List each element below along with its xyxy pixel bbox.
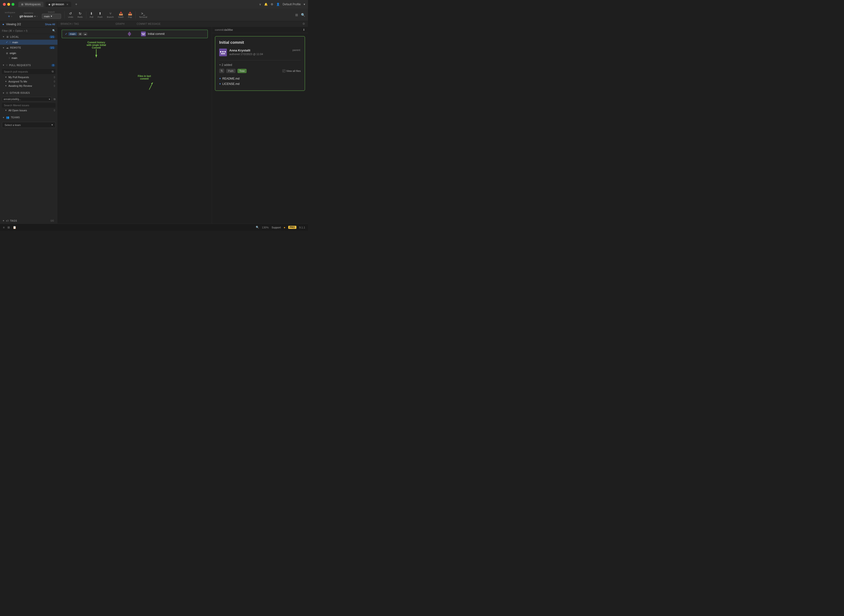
sort-button[interactable]: ⇅ bbox=[219, 69, 224, 73]
close-button[interactable] bbox=[3, 3, 6, 6]
add-workspace-button[interactable]: + bbox=[8, 14, 10, 19]
commit-branch-computer-icon[interactable]: 🖥 bbox=[78, 32, 82, 35]
file-item-license[interactable]: + LICENSE.md bbox=[219, 81, 301, 87]
workspace-group: workspace + › bbox=[3, 11, 17, 19]
commit-hash-row: commit: da08be ⬇ bbox=[212, 27, 308, 33]
tab-close-button[interactable]: ✕ bbox=[66, 3, 68, 6]
commit-branch-tag: ✓ main 🖥 ☁ bbox=[65, 32, 118, 35]
profile-arrow-icon[interactable]: ▾ bbox=[304, 3, 305, 6]
issues-repo-row: annakrystalli/g... ▾ ⧉ bbox=[0, 96, 57, 103]
issues-repo-label: annakrystalli/g... bbox=[4, 98, 21, 101]
my-pr-arrow-icon: ▼ bbox=[5, 76, 7, 78]
layout-icon[interactable]: ⊞ bbox=[295, 13, 298, 17]
undo-button[interactable]: ↺ Undo bbox=[66, 10, 75, 19]
sidebar-section-tags[interactable]: ▼ 🏷 TAGS 0/0 bbox=[0, 218, 57, 224]
path-view-button[interactable]: Path bbox=[226, 69, 235, 73]
branch-item-main-local[interactable]: ✓ ⑂ main bbox=[0, 40, 57, 45]
profile-icon[interactable]: 👤 bbox=[276, 3, 280, 6]
pr-sub-awaiting-review[interactable]: ▼ Awaiting My Review 0 bbox=[0, 84, 57, 88]
pull-button[interactable]: ⬇ Pull bbox=[88, 10, 95, 19]
tab-git-lesson[interactable]: ◈ git-lesson ✕ bbox=[46, 2, 71, 7]
local-arrow-icon: ▼ bbox=[2, 35, 4, 38]
branch-selector[interactable]: main ▾ bbox=[42, 14, 61, 19]
commit-branch-name: main bbox=[68, 32, 77, 35]
show-all-button[interactable]: Show All bbox=[45, 23, 55, 26]
dropdown-icon[interactable]: ∨ bbox=[259, 3, 261, 6]
issues-arrow-icon: ▼ bbox=[2, 92, 4, 94]
team-selector[interactable]: Select a team ▾ bbox=[2, 122, 56, 128]
status-grid-icon[interactable]: ⊞ bbox=[7, 226, 10, 229]
remote-origin-main-item[interactable]: ⑂ main bbox=[0, 56, 57, 60]
sidebar-section-github-issues[interactable]: ▼ ⊙ GITHUB ISSUES bbox=[0, 90, 57, 96]
pr-sub-assigned-to-me[interactable]: ▼ Assigned To Me 0 bbox=[0, 79, 57, 84]
profile-label[interactable]: Default Profile bbox=[283, 3, 301, 6]
team-select-label: Select a team bbox=[4, 123, 21, 126]
authored-date: 17/2/2023 @ 11:04 bbox=[241, 53, 263, 56]
sidebar-section-remote[interactable]: ▼ ☁ REMOTE 1/1 bbox=[0, 45, 57, 51]
teams-section-title: TEAMS bbox=[11, 116, 55, 119]
svg-rect-13 bbox=[220, 51, 221, 53]
local-section-title: LOCAL bbox=[10, 35, 48, 38]
pr-section-title: PULL REQUESTS bbox=[9, 64, 50, 67]
awaiting-review-label: Awaiting My Review bbox=[9, 84, 53, 87]
repository-group: repository git-lesson ▾ › bbox=[18, 12, 40, 18]
status-clipboard-icon[interactable]: 📋 bbox=[13, 226, 16, 229]
col-header-commit-msg: COMMIT MESSAGE bbox=[137, 23, 300, 25]
pr-filter-icon[interactable]: ⧉ bbox=[52, 70, 54, 73]
file-item-readme[interactable]: + README.md bbox=[219, 76, 301, 81]
commit-graph-svg bbox=[120, 31, 139, 36]
repo-name-label[interactable]: git-lesson bbox=[19, 15, 33, 18]
settings-gear-icon[interactable]: ⚙ bbox=[303, 22, 305, 25]
pop-button[interactable]: 📤 Pop bbox=[126, 10, 134, 19]
redo-icon: ↻ bbox=[79, 12, 82, 15]
git-lesson-icon: ◈ bbox=[49, 3, 50, 6]
issues-search-input[interactable] bbox=[4, 104, 54, 107]
minimize-button[interactable] bbox=[7, 3, 10, 6]
tab-git-lesson-label: git-lesson bbox=[52, 3, 64, 6]
toolbar-separator-3 bbox=[135, 11, 136, 19]
add-tab-button[interactable]: + bbox=[73, 2, 79, 6]
all-open-issues-count: 0 bbox=[54, 109, 55, 112]
commit-row-main[interactable]: ✓ main 🖥 ☁ bbox=[62, 29, 208, 38]
view-all-files-toggle[interactable]: ✓ View all files bbox=[282, 69, 301, 72]
pr-sub-my-pull-requests[interactable]: ▼ My Pull Requests 0 bbox=[0, 75, 57, 79]
awaiting-review-count: 0 bbox=[54, 85, 55, 87]
svg-point-2 bbox=[129, 34, 130, 34]
svg-rect-15 bbox=[225, 51, 226, 53]
issues-icon: ⊙ bbox=[6, 91, 8, 94]
all-open-issues-label: All Open Issues bbox=[9, 109, 53, 112]
repo-arrow-icon[interactable]: ▾ bbox=[34, 15, 35, 18]
titlebar: ⊞ Workspaces ◈ git-lesson ✕ + ∨ 🔔 ⚙ 👤 De… bbox=[0, 0, 308, 9]
maximize-button[interactable] bbox=[12, 3, 15, 6]
search-icon[interactable]: 🔍 bbox=[301, 13, 305, 17]
issues-repo-selector[interactable]: annakrystalli/g... ▾ bbox=[2, 97, 52, 101]
sidebar-section-teams[interactable]: ▼ 👥 TEAMS bbox=[0, 114, 57, 120]
remote-origin-item[interactable]: 🖥 origin bbox=[0, 51, 57, 56]
notification-icon[interactable]: 🔔 bbox=[264, 3, 268, 6]
view-all-files-checkbox[interactable]: ✓ bbox=[282, 69, 285, 72]
commit-branch-cloud-icon[interactable]: ☁ bbox=[83, 32, 87, 35]
download-commit-icon[interactable]: ⬇ bbox=[303, 28, 305, 31]
repo-next-icon: › bbox=[37, 15, 38, 18]
redo-button[interactable]: ↻ Redo bbox=[75, 10, 85, 19]
terminal-button[interactable]: >_ Terminal bbox=[137, 10, 149, 19]
pr-search-input[interactable] bbox=[4, 70, 51, 73]
tab-workspaces[interactable]: ⊞ Workspaces bbox=[18, 2, 44, 7]
workspace-arrow-icon: › bbox=[11, 15, 12, 18]
repository-row: git-lesson ▾ › bbox=[19, 15, 38, 18]
workspace-row: + › bbox=[8, 14, 12, 19]
stash-button[interactable]: 📥 Stash bbox=[116, 10, 126, 19]
issues-all-open[interactable]: ▼ All Open Issues 0 bbox=[0, 108, 57, 113]
status-list-icon[interactable]: ≡ bbox=[3, 226, 4, 229]
sidebar-section-local[interactable]: ▼ 🖥 LOCAL 1/1 bbox=[0, 34, 57, 40]
issues-filter-icon[interactable]: ⧉ bbox=[54, 98, 56, 101]
settings-icon[interactable]: ⚙ bbox=[271, 3, 273, 6]
tree-view-button[interactable]: Tree bbox=[237, 69, 247, 73]
author-avatar bbox=[219, 48, 227, 56]
push-button[interactable]: ⬆ Push bbox=[96, 10, 104, 19]
filter-input[interactable] bbox=[2, 29, 51, 32]
commit-branch-icons: 🖥 ☁ bbox=[78, 32, 87, 35]
support-button[interactable]: Support bbox=[272, 226, 281, 229]
branch-button[interactable]: ⑂ Branch bbox=[105, 10, 116, 19]
sidebar-section-pull-requests[interactable]: ▼ ⑂ PULL REQUESTS 0 bbox=[0, 62, 57, 68]
